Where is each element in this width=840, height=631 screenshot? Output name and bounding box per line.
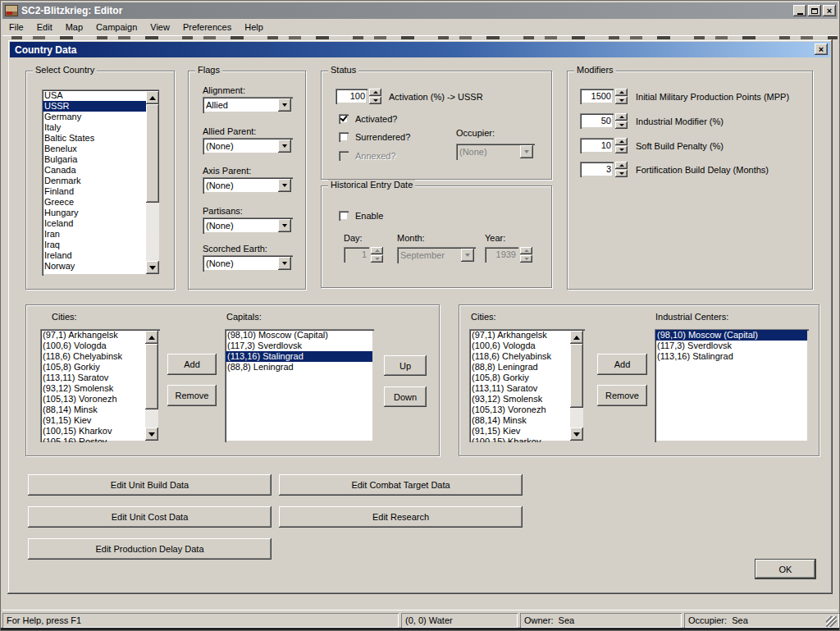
country-list-item[interactable]: Baltic States [44, 133, 159, 144]
soft-build-penalty-spinner-value[interactable]: 10 [580, 138, 614, 153]
city-list-item[interactable]: (105,13) Voronezh [472, 405, 585, 415]
industrial-center-list-item[interactable]: (117,3) Sverdlovsk [657, 341, 809, 351]
allied-parent-combo[interactable]: (None) [203, 138, 293, 154]
capital-list-item[interactable]: (88,8) Leningrad [227, 362, 374, 373]
surrendered-checkbox-label[interactable]: Surrendered? [355, 132, 410, 142]
axis-parent-combo[interactable]: (None) [203, 177, 293, 194]
activation-spinner[interactable] [369, 89, 381, 104]
country-list-item[interactable]: Denmark [44, 176, 159, 186]
soft-build-penalty-spinner[interactable] [615, 138, 628, 153]
spinner-up-button[interactable] [369, 89, 381, 96]
enable-checkbox[interactable] [339, 211, 349, 221]
country-list-item[interactable]: Iran [44, 229, 159, 240]
country-list-item[interactable]: Iceland [44, 218, 159, 229]
scrollbar-up-button[interactable] [145, 331, 158, 344]
country-list-item[interactable]: USA [44, 90, 159, 101]
spinner-up-button[interactable] [615, 162, 628, 169]
cities-list-scrollbar[interactable] [570, 331, 583, 441]
industrial-centers-listbox[interactable]: (98,10) Moscow (Capital)(117,3) Sverdlov… [655, 329, 809, 442]
mpp-spinner-value[interactable]: 1500 [580, 89, 614, 104]
country-list-item[interactable]: Ireland [44, 250, 159, 261]
capitals-add-button[interactable]: Add [167, 354, 217, 375]
city-list-item[interactable]: (91,15) Kiev [472, 426, 585, 437]
city-list-item[interactable]: (91,15) Kiev [43, 415, 160, 426]
country-list-item[interactable]: Bulgaria [44, 154, 159, 165]
mpp-spinner[interactable] [615, 89, 628, 104]
fortification-delay-spinner[interactable] [615, 162, 628, 177]
capital-list-item[interactable]: (117,3) Sverdlovsk [227, 341, 374, 351]
city-list-item[interactable]: (88,14) Minsk [472, 415, 585, 426]
menu-item[interactable]: Help [238, 20, 270, 34]
scrollbar-thumb[interactable] [145, 344, 158, 409]
partisans-combo[interactable]: (None) [203, 217, 293, 234]
edit-unit-cost-data-button[interactable]: Edit Unit Cost Data [28, 506, 272, 528]
country-list-item[interactable]: Italy [44, 122, 159, 133]
scorched-earth-combo[interactable]: (None) [203, 255, 293, 272]
scrollbar-thumb[interactable] [570, 344, 583, 408]
country-list-item[interactable]: Benelux [44, 144, 159, 154]
industrial-add-button[interactable]: Add [597, 354, 647, 375]
city-list-item[interactable]: (93,12) Smolensk [43, 383, 160, 394]
country-listbox[interactable]: USAUSSRGermanyItalyBaltic StatesBeneluxB… [42, 89, 159, 276]
minimize-button[interactable] [793, 5, 806, 16]
spinner-down-button[interactable] [369, 97, 381, 104]
city-list-item[interactable]: (93,12) Smolensk [472, 394, 585, 405]
industrial-modifier-spinner[interactable] [615, 113, 628, 129]
city-list-item[interactable]: (100,6) Vologda [43, 341, 160, 351]
menu-item[interactable]: View [144, 20, 176, 34]
alignment-combo[interactable]: Allied [203, 97, 293, 113]
activated-checkbox-label[interactable]: Activated? [355, 114, 397, 124]
menu-item[interactable]: File [2, 20, 30, 34]
activation-spinner-value[interactable]: 100 [336, 89, 368, 104]
capitals-cities-listbox[interactable]: (97,1) Arkhangelsk(100,6) Vologda(118,6)… [40, 329, 160, 442]
spinner-up-button[interactable] [615, 113, 628, 121]
city-list-item[interactable]: (105,8) Gorkiy [472, 373, 585, 383]
ok-button[interactable]: OK [756, 560, 815, 578]
spinner-down-button[interactable] [615, 170, 628, 177]
dialog-titlebar[interactable]: Country Data × [10, 42, 830, 57]
spinner-down-button[interactable] [615, 97, 628, 104]
dropdown-button[interactable] [278, 139, 291, 153]
cities-list-scrollbar[interactable] [145, 331, 158, 441]
spinner-up-button[interactable] [615, 138, 628, 145]
dropdown-button[interactable] [278, 98, 291, 112]
city-list-item[interactable]: (100,15) Kharkov [472, 437, 585, 442]
spinner-down-button[interactable] [615, 146, 628, 153]
country-list-item[interactable]: Germany [44, 112, 159, 122]
capitals-up-button[interactable]: Up [384, 355, 427, 376]
country-list-scrollbar[interactable] [146, 91, 159, 274]
menu-item[interactable]: Edit [30, 20, 59, 34]
edit-research-button[interactable]: Edit Research [279, 506, 523, 528]
capitals-down-button[interactable]: Down [384, 386, 427, 407]
country-list-item[interactable]: Finland [44, 186, 159, 197]
edit-combat-target-data-button[interactable]: Edit Combat Target Data [279, 474, 523, 496]
city-list-item[interactable]: (113,11) Saratov [472, 383, 585, 394]
scrollbar-down-button[interactable] [570, 428, 583, 441]
capitals-remove-button[interactable]: Remove [167, 385, 217, 406]
window-titlebar[interactable]: SC2-Blitzkrieg: Editor × [2, 2, 838, 19]
city-list-item[interactable]: (113,11) Saratov [43, 373, 160, 383]
dropdown-button[interactable] [278, 257, 291, 270]
scrollbar-down-button[interactable] [145, 428, 158, 441]
country-list-item[interactable]: USSR [43, 101, 158, 112]
scrollbar-up-button[interactable] [146, 91, 159, 104]
industrial-modifier-spinner-value[interactable]: 50 [580, 113, 614, 129]
city-list-item[interactable]: (88,8) Leningrad [472, 362, 585, 373]
city-list-item[interactable]: (118,6) Chelyabinsk [43, 351, 160, 362]
maximize-button[interactable] [808, 5, 821, 16]
scrollbar-thumb[interactable] [146, 104, 159, 203]
dropdown-button[interactable] [278, 179, 291, 192]
city-list-item[interactable]: (97,1) Arkhangelsk [43, 330, 160, 341]
city-list-item[interactable]: (105,13) Voronezh [43, 394, 160, 405]
edit-unit-build-data-button[interactable]: Edit Unit Build Data [28, 474, 272, 496]
country-list-item[interactable]: Hungary [44, 208, 159, 218]
industrial-center-list-item[interactable]: (113,16) Stalingrad [657, 351, 809, 362]
capital-list-item[interactable]: (98,10) Moscow (Capital) [227, 330, 374, 341]
enable-checkbox-label[interactable]: Enable [355, 211, 383, 221]
spinner-down-button[interactable] [615, 121, 628, 129]
scrollbar-up-button[interactable] [570, 331, 583, 344]
industrial-center-list-item[interactable]: (98,10) Moscow (Capital) [655, 330, 807, 341]
surrendered-checkbox[interactable] [339, 132, 349, 142]
edit-production-delay-data-button[interactable]: Edit Production Delay Data [28, 538, 272, 560]
scrollbar-down-button[interactable] [146, 261, 159, 274]
